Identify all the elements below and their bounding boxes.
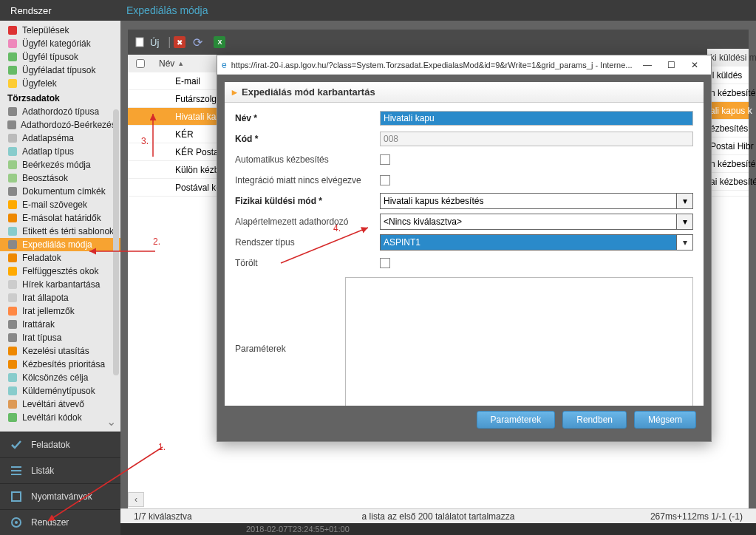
sidebar-item-label: Ügyfél típusok <box>22 52 78 62</box>
menu-item-icon <box>7 279 18 290</box>
toolbar-new-button[interactable]: Új <box>150 37 159 48</box>
sidebar-item-label: Ügyfél kategóriák <box>22 38 91 49</box>
sidebar-item[interactable]: Dokumentum címkék <box>0 185 120 198</box>
grid-footer: 1/7 kiválasztva a lista az első 200 talá… <box>120 508 756 523</box>
sidebar-item[interactable]: Ügyfelek <box>0 77 120 90</box>
sidebar-item[interactable]: Küldeménytípusok <box>0 384 120 398</box>
refresh-icon[interactable]: ⟳ <box>191 36 203 48</box>
excel-export-button[interactable]: X <box>214 36 225 48</box>
svg-point-34 <box>15 521 18 524</box>
sidebar-item[interactable]: Expediálás módja <box>0 238 120 251</box>
sidebar-item[interactable]: Ügyfél kategóriák <box>0 37 120 50</box>
popup-maximize-button[interactable]: ☐ <box>659 57 683 73</box>
svg-rect-11 <box>8 187 17 196</box>
sidebar-item[interactable]: Kezelési utasítás <box>0 344 120 358</box>
sidebar-item[interactable]: Települések <box>0 24 120 37</box>
sidebar-item[interactable]: Irattárak <box>0 318 120 331</box>
print-icon <box>9 489 24 504</box>
popup-close-button[interactable]: ✕ <box>683 57 706 73</box>
grid-col-name[interactable]: Név▲ <box>153 58 227 69</box>
popup-minimize-button[interactable]: — <box>636 57 659 73</box>
chevron-down-icon[interactable]: ⌄ <box>106 415 116 429</box>
sidebar-item[interactable]: Kölcsönzés célja <box>0 371 120 384</box>
sidebar-item[interactable]: Irat jellemzők <box>0 304 120 318</box>
button-megsem[interactable]: Mégsem <box>634 411 696 429</box>
menu-item-icon <box>7 173 18 183</box>
menu-item-icon <box>7 266 18 276</box>
popup-titlebar[interactable]: e https://irat-20-i.asp.lgov.hu/?class=S… <box>217 55 711 75</box>
select-rendszer[interactable]: ASPINT1 ▾ <box>380 234 693 251</box>
sidebar-item[interactable]: Kézbesítés prioritása <box>0 358 120 371</box>
textarea-param[interactable] <box>345 277 693 406</box>
grid-select-all[interactable] <box>128 59 153 68</box>
toolbar-delete-button[interactable]: ✖ <box>174 36 185 48</box>
svg-rect-27 <box>8 400 17 409</box>
bottom-nav-item[interactable]: Listák <box>0 457 120 483</box>
chevron-down-icon: ▾ <box>676 214 692 229</box>
sidebar-item[interactable]: E-mail szövegek <box>0 198 120 211</box>
checkbox-autokezb[interactable] <box>380 154 390 165</box>
svg-rect-10 <box>8 174 17 183</box>
bottom-nav-label: Feladatok <box>31 440 70 450</box>
svg-rect-26 <box>8 386 17 395</box>
sidebar-item[interactable]: Adatlap típus <box>0 145 120 158</box>
svg-rect-16 <box>8 253 17 262</box>
sidebar-item[interactable]: Adathordozó típusa <box>0 105 120 118</box>
sidebar-item-label: Kézbesítés prioritása <box>22 359 105 369</box>
svg-rect-4 <box>8 79 17 88</box>
bottom-nav-item[interactable]: Rendszer <box>0 509 120 535</box>
sidebar-item[interactable]: Ügyfél típusok <box>0 50 120 64</box>
input-nev[interactable] <box>380 111 693 126</box>
grid-selection-status: 1/7 kiválasztva <box>120 511 192 522</box>
annotation-2: 2. <box>153 236 160 247</box>
menu-item-icon <box>7 65 18 75</box>
sidebar-item-label: Felfüggesztés okok <box>22 266 98 276</box>
checkbox-integracio[interactable] <box>380 175 390 185</box>
sidebar-item[interactable]: Beosztások <box>0 171 120 185</box>
bottom-nav-item[interactable]: Feladatok <box>0 432 120 457</box>
popup-footer: Paraméterek Rendben Mégsem <box>225 406 704 434</box>
bottom-nav-label: Nyomtatványok <box>31 491 92 502</box>
sidebar-section-title: Törzsadatok <box>0 90 120 105</box>
label-autokezb: Automatikus kézbesítés <box>235 154 380 165</box>
grid-result-info: a lista az első 200 találatot tartalmazz… <box>362 511 515 522</box>
sidebar-item[interactable]: Ügyféladat típusok <box>0 64 120 77</box>
sidebar-item[interactable]: Feladatok <box>0 251 120 265</box>
bottom-nav-item[interactable]: Nyomtatványok <box>0 483 120 509</box>
sidebar-item[interactable]: Felfüggesztés okok <box>0 265 120 278</box>
button-rendben[interactable]: Rendben <box>562 411 627 429</box>
menu-item-icon <box>7 319 18 330</box>
header-page-title: Expediálás módja <box>120 4 208 16</box>
sidebar-item[interactable]: Beérkezés módja <box>0 158 120 171</box>
sidebar-item[interactable]: Etikett és térti sablonok <box>0 225 120 238</box>
grid-col-right[interactable]: ki küldési m <box>707 49 749 67</box>
sidebar: TelepülésekÜgyfél kategóriákÜgyfél típus… <box>0 21 120 535</box>
sidebar-item-label: Dokumentum címkék <box>22 186 106 197</box>
checkbox-torolt[interactable] <box>380 258 390 268</box>
sidebar-item[interactable]: Hírek karbantartása <box>0 278 120 291</box>
sidebar-item[interactable]: E-másolat határidők <box>0 211 120 225</box>
input-kod[interactable] <box>380 132 693 146</box>
sidebar-item[interactable]: Irat állapota <box>0 291 120 304</box>
menu-item-icon <box>7 333 18 343</box>
select-alap[interactable]: <Nincs kiválasztva> ▾ <box>380 214 693 230</box>
scrollbar[interactable] <box>113 109 119 375</box>
sidebar-item[interactable]: Irat típusa <box>0 331 120 344</box>
sidebar-item[interactable]: Adathordozó-Beérkezés <box>0 118 120 132</box>
sidebar-item-label: Ügyféladat típusok <box>22 65 95 75</box>
sort-asc-icon: ▲ <box>177 60 184 67</box>
sidebar-item[interactable]: Levéltári kódok <box>0 411 120 424</box>
cell-name: E-mail <box>153 76 200 86</box>
select-fizikai[interactable]: Hivatali kapus kézbesítés ▾ <box>380 193 693 209</box>
sidebar-item-label: Adatlap típus <box>22 146 74 157</box>
sidebar-item[interactable]: Adatlapséma <box>0 132 120 145</box>
sidebar-item-label: Irat típusa <box>22 333 61 343</box>
grid-scroll-left-button[interactable]: ‹ <box>128 492 144 507</box>
svg-rect-30 <box>11 470 21 471</box>
svg-rect-6 <box>7 120 16 129</box>
svg-rect-14 <box>8 227 17 236</box>
toolbar-separator: | <box>168 35 171 49</box>
button-parameterek[interactable]: Paraméterek <box>477 411 556 429</box>
sidebar-item-label: E-másolat határidők <box>22 213 101 223</box>
sidebar-item[interactable]: Levéltári átvevő <box>0 398 120 411</box>
